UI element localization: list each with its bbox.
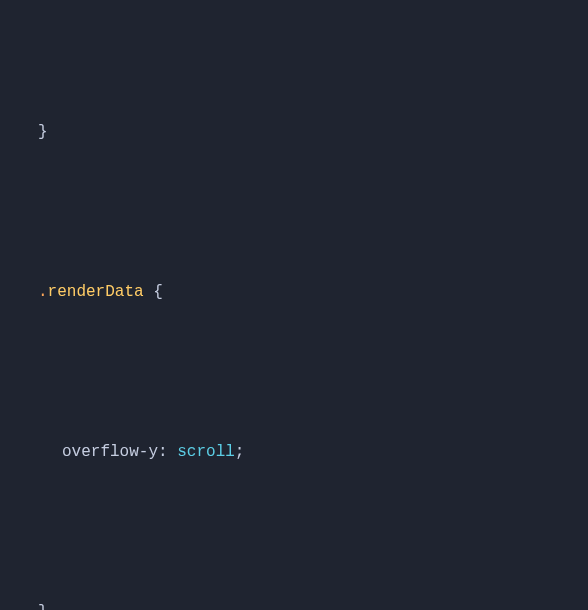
brace-close: } xyxy=(38,112,48,152)
space xyxy=(144,272,154,312)
code-line[interactable]: overflow-y: scroll; xyxy=(38,432,588,472)
brace-close: } xyxy=(38,592,48,610)
selector-class: renderData xyxy=(48,272,144,312)
code-line[interactable]: } xyxy=(38,592,588,610)
css-value: scroll xyxy=(177,432,235,472)
brace-open: { xyxy=(153,272,163,312)
semicolon: ; xyxy=(235,432,245,472)
css-property: overflow-y xyxy=(62,432,158,472)
code-line[interactable]: } xyxy=(38,112,588,152)
selector-dot: . xyxy=(38,272,48,312)
code-line[interactable]: .renderData { xyxy=(38,272,588,312)
colon: : xyxy=(158,432,177,472)
code-editor[interactable]: } .renderData { overflow-y: scroll; } .r… xyxy=(0,0,588,610)
